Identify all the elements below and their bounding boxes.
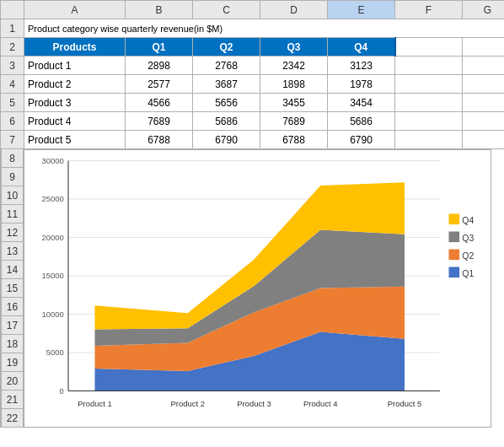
cell-g7 [463,131,505,149]
legend-q2-label: Q2 [462,250,474,261]
row-num-1: 1 [1,19,24,38]
row-num-3: 3 [1,57,24,75]
legend-q3-box [449,232,460,243]
cell-f5 [395,94,463,112]
legend-q3-label: Q3 [462,233,474,243]
title-cell[interactable]: Product category wise quarterly revenue(… [24,19,505,38]
product-3-q2[interactable]: 5656 [193,94,260,112]
svg-text:Product 5: Product 5 [388,399,421,408]
legend-q1-box [449,267,460,278]
row-num-2: 2 [1,38,24,57]
col-header-row: A B C D E F G H [1,1,505,19]
product-2-q1[interactable]: 2577 [126,75,193,94]
col-header-g[interactable]: G [463,1,505,19]
product-3-name[interactable]: Product 3 [24,94,126,112]
header-q1[interactable]: Q1 [126,38,193,57]
svg-text:20000: 20000 [42,233,64,242]
product-1-name[interactable]: Product 1 [24,57,126,75]
cell-f6 [395,112,463,131]
cell-f7 [395,131,463,149]
svg-text:10000: 10000 [42,310,64,319]
product-3-q1[interactable]: 4566 [126,94,193,112]
row-7: 7 Product 5 6788 6790 6788 6790 [1,131,505,149]
cell-g5 [463,94,505,112]
cell-f3 [395,57,463,75]
svg-text:Product 2: Product 2 [171,399,205,408]
product-2-name[interactable]: Product 2 [24,75,126,94]
product-5-name[interactable]: Product 5 [24,131,126,149]
product-4-q1[interactable]: 7689 [126,112,193,131]
row-4: 4 Product 2 2577 3687 1898 1978 [1,75,505,94]
product-1-q2[interactable]: 2768 [193,57,260,75]
header-q2[interactable]: Q2 [193,38,260,57]
product-3-q4[interactable]: 3454 [328,94,395,112]
product-5-q1[interactable]: 6788 [126,131,193,149]
product-5-q3[interactable]: 6788 [260,131,328,149]
row-6: 6 Product 4 7689 5686 7689 5686 [1,112,505,131]
legend-q4-box [449,214,460,225]
svg-text:30000: 30000 [42,156,64,165]
legend-q1-label: Q1 [462,268,474,278]
product-1-q1[interactable]: 2898 [126,57,193,75]
product-5-q2[interactable]: 6790 [193,131,260,149]
svg-text:15000: 15000 [42,271,64,280]
col-header-e[interactable]: E [328,1,395,19]
svg-text:25000: 25000 [42,194,64,203]
chart-container[interactable]: 0 5000 10000 15000 20000 25000 30000 [24,149,491,428]
product-1-q4[interactable]: 3123 [328,57,395,75]
row-numbers-chart: 8 9 10 11 12 13 14 15 16 17 18 19 20 21 … [0,149,24,428]
product-4-q4[interactable]: 5686 [328,112,395,131]
row-num-5: 5 [1,94,24,112]
row-num-4: 4 [1,75,24,94]
product-2-q3[interactable]: 1898 [260,75,328,94]
corner-cell [1,1,24,19]
product-4-name[interactable]: Product 4 [24,112,126,131]
cell-f4 [395,75,463,94]
svg-text:Product 1: Product 1 [78,399,111,408]
product-4-q3[interactable]: 7689 [260,112,328,131]
row-num-7: 7 [1,131,24,149]
svg-text:Product 4: Product 4 [303,399,337,408]
col-header-f[interactable]: F [395,1,463,19]
col-header-a[interactable]: A [24,1,126,19]
svg-text:0: 0 [60,386,64,396]
stacked-area-chart: 0 5000 10000 15000 20000 25000 30000 [68,157,440,395]
row-5: 5 Product 3 4566 5656 3455 3454 [1,94,505,112]
col-header-c[interactable]: C [193,1,260,19]
product-2-q4[interactable]: 1978 [328,75,395,94]
row-2: 2 Products Q1 Q2 Q3 Q4 [1,38,505,57]
legend-q4-label: Q4 [462,215,474,225]
product-4-q2[interactable]: 5686 [193,112,260,131]
svg-text:Product 3: Product 3 [237,399,271,408]
row-3: 3 Product 1 2898 2768 2342 3123 [1,57,505,75]
cell-g6 [463,112,505,131]
col-header-d[interactable]: D [260,1,328,19]
spreadsheet-table: A B C D E F G H 1 Product category wise … [0,0,504,149]
product-2-q2[interactable]: 3687 [193,75,260,94]
row-num-6: 6 [1,112,24,131]
row-1: 1 Product category wise quarterly revenu… [1,19,505,38]
col-header-b[interactable]: B [126,1,193,19]
product-5-q4[interactable]: 6790 [328,131,395,149]
cell-g2 [463,38,505,57]
header-q4[interactable]: Q4 [328,38,395,57]
cell-g4 [463,75,505,94]
header-products[interactable]: Products [24,38,126,57]
cell-f2 [395,38,463,57]
header-q3[interactable]: Q3 [260,38,328,57]
cell-g3 [463,57,505,75]
legend-q2-box [449,250,460,261]
product-1-q3[interactable]: 2342 [260,57,328,75]
product-3-q3[interactable]: 3455 [260,94,328,112]
svg-text:5000: 5000 [46,347,64,357]
